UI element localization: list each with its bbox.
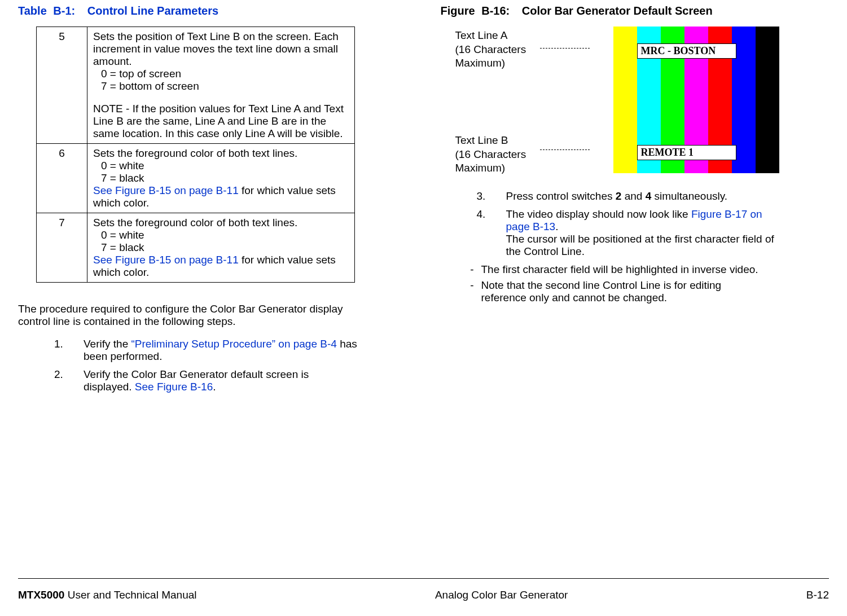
figure-label-b-line: (16 Characters [455,148,526,162]
step-post: simultaneously. [651,190,727,202]
dash-text: The first character field will be highli… [481,263,768,276]
footer-page-number: B-12 [806,589,829,601]
step-extra: The cursor will be positioned at the fir… [506,233,774,257]
footer-product: MTX5000 [18,589,64,601]
list-item: 2. Verify the Color Bar Generator defaul… [54,368,359,393]
desc-link-line: See Figure B-15 on page B-11 for which v… [93,184,349,209]
footer-left: MTX5000 User and Technical Manual [18,589,197,601]
procedure-steps-right: 3. Press control switches 2 and 4 simult… [477,190,782,258]
dash-list: - The first character field will be high… [463,263,768,304]
desc-option: 0 = white [101,229,349,241]
step-text: Verify the Color Bar Generator default s… [84,368,359,393]
table-caption-prefix: Table [18,5,47,17]
overlay-text-b: REMOTE 1 [637,145,736,160]
overlay-text-a: MRC - BOSTON [637,43,736,59]
step-bold: 4 [646,190,652,202]
right-column: Figure B-16: Color Bar Generator Default… [441,5,830,399]
step-text: Verify the “Preliminary Setup Procedure”… [84,338,359,363]
figure-label-a-line: Text Line A [455,29,526,43]
control-line-parameters-table: 5 Sets the position of Text Line B on th… [36,27,355,283]
step-number: 3. [477,190,506,203]
color-bar-black [756,27,779,173]
step-mid: and [621,190,645,202]
table-row-desc: Sets the foreground color of both text l… [87,144,355,213]
desc-option: 7 = black [101,241,349,254]
table-row: 7 Sets the foreground color of both text… [37,213,355,283]
two-column-layout: Table B-1: Control Line Parameters 5 Set… [18,0,829,399]
figure-caption-prefix: Figure [441,5,475,17]
step-post: . [555,221,558,232]
list-item: 4. The video display should now look lik… [477,208,782,258]
desc-text: Sets the foreground color of both text l… [93,147,349,160]
desc-option: 0 = white [101,160,349,172]
step-post: . [213,381,216,393]
table-row-number: 7 [37,213,87,283]
step-pre: Press control switches [506,190,616,202]
color-bar-yellow [613,27,637,173]
table-row-number: 5 [37,27,87,144]
desc-link-line: See Figure B-15 on page B-11 for which v… [93,254,349,279]
table-caption: Table B-1: Control Line Parameters [18,5,407,17]
table-row: 5 Sets the position of Text Line B on th… [37,27,355,144]
step-pre: Verify the [84,338,131,350]
table-caption-number: B-1: [53,5,75,17]
step-bold: 2 [616,190,622,202]
intro-paragraph: The procedure required to configure the … [18,303,351,328]
footer-left-tail: User and Technical Manual [64,589,196,601]
dash-icon: - [463,263,481,276]
figure-caption-number: B-16: [481,5,510,17]
list-item: 1. Verify the “Preliminary Setup Procedu… [54,338,359,363]
footer-center: Analog Color Bar Generator [435,589,568,601]
step-text: Press control switches 2 and 4 simultane… [506,190,782,203]
figure-label-a-line: Maximum) [455,56,526,71]
figure-label-a-line: (16 Characters [455,43,526,57]
step-pre: The video display should now look like [506,208,691,220]
table-caption-title: Control Line Parameters [87,5,218,17]
step-text: The video display should now look like F… [506,208,782,258]
footer-divider [18,578,829,579]
table-row-desc: Sets the foreground color of both text l… [87,213,355,283]
desc-option: 7 = bottom of screen [101,80,349,93]
step-number: 1. [54,338,84,363]
left-column: Table B-1: Control Line Parameters 5 Set… [18,5,407,399]
table-row: 6 Sets the foreground color of both text… [37,144,355,213]
cross-ref-link[interactable]: See Figure B-15 on page B-11 [93,184,239,196]
figure-label-b: Text Line B (16 Characters Maximum) [455,134,526,175]
cross-ref-link[interactable]: See Figure B-15 on page B-11 [93,254,239,266]
dash-text: Note that the second line Control Line i… [481,279,768,304]
figure-b16: Text Line A (16 Characters Maximum) Text… [455,27,777,179]
figure-label-b-line: Text Line B [455,134,526,148]
figure-label-b-line: Maximum) [455,161,526,175]
table-row-number: 6 [37,144,87,213]
spacer [93,93,349,103]
cross-ref-link[interactable]: “Preliminary Setup Procedure” on page B-… [131,338,337,350]
color-bar-white [590,27,613,173]
table-row-desc: Sets the position of Text Line B on the … [87,27,355,144]
page-footer: MTX5000 User and Technical Manual Analog… [18,589,829,601]
list-item: - Note that the second line Control Line… [463,279,768,304]
list-item: 3. Press control switches 2 and 4 simult… [477,190,782,203]
desc-text: Sets the foreground color of both text l… [93,217,349,229]
step-number: 4. [477,208,506,258]
figure-caption: Figure B-16: Color Bar Generator Default… [441,5,830,17]
dash-icon: - [463,279,481,304]
desc-option: 0 = top of screen [101,68,349,80]
procedure-steps-left: 1. Verify the “Preliminary Setup Procedu… [54,338,359,393]
desc-note: NOTE - If the position values for Text L… [93,103,349,140]
step-number: 2. [54,368,84,393]
desc-text: Sets the position of Text Line B on the … [93,30,349,68]
list-item: - The first character field will be high… [463,263,768,276]
figure-caption-title: Color Bar Generator Default Screen [522,5,713,17]
cross-ref-link[interactable]: See Figure B-16 [135,381,213,393]
desc-option: 7 = black [101,172,349,184]
page-root: Table B-1: Control Line Parameters 5 Set… [0,0,847,616]
figure-label-a: Text Line A (16 Characters Maximum) [455,29,526,71]
